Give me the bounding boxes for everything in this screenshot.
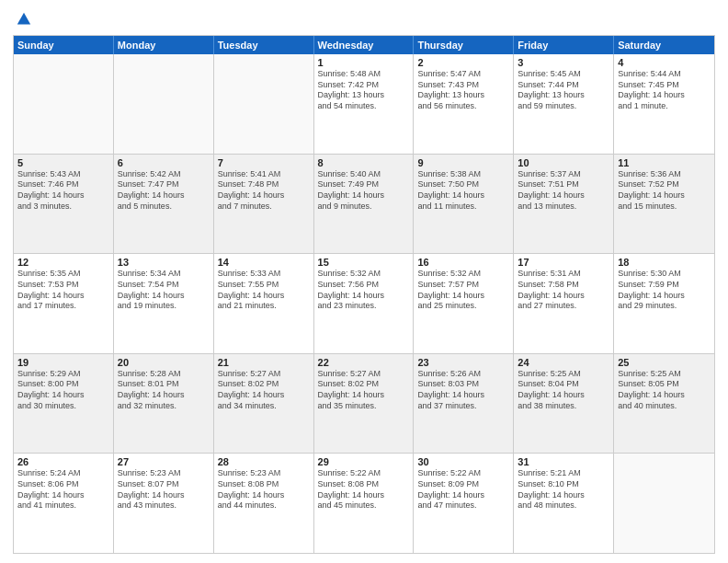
cell-info: Sunrise: 5:27 AM Sunset: 8:02 PM Dayligh… xyxy=(318,369,410,412)
cell-info: Sunrise: 5:28 AM Sunset: 8:01 PM Dayligh… xyxy=(118,369,210,412)
day-number: 26 xyxy=(17,456,109,467)
calendar-header: SundayMondayTuesdayWednesdayThursdayFrid… xyxy=(14,36,714,54)
day-number: 24 xyxy=(518,357,609,368)
calendar-cell: 3Sunrise: 5:45 AM Sunset: 7:44 PM Daylig… xyxy=(514,54,614,154)
cell-info: Sunrise: 5:25 AM Sunset: 8:05 PM Dayligh… xyxy=(618,369,711,412)
cell-info: Sunrise: 5:42 AM Sunset: 7:47 PM Dayligh… xyxy=(118,169,210,213)
cell-info: Sunrise: 5:23 AM Sunset: 8:07 PM Dayligh… xyxy=(118,468,210,511)
day-number: 28 xyxy=(218,456,310,467)
header xyxy=(13,9,715,28)
day-number: 4 xyxy=(618,57,711,68)
cell-info: Sunrise: 5:43 AM Sunset: 7:46 PM Dayligh… xyxy=(17,169,109,213)
day-number: 13 xyxy=(118,257,210,268)
cell-info: Sunrise: 5:25 AM Sunset: 8:04 PM Dayligh… xyxy=(518,369,609,412)
calendar-cell: 20Sunrise: 5:28 AM Sunset: 8:01 PM Dayli… xyxy=(114,354,214,454)
calendar-cell: 16Sunrise: 5:32 AM Sunset: 7:57 PM Dayli… xyxy=(414,254,514,353)
day-number: 23 xyxy=(417,357,509,368)
cell-info: Sunrise: 5:26 AM Sunset: 8:03 PM Dayligh… xyxy=(417,369,509,412)
calendar-row: 5Sunrise: 5:43 AM Sunset: 7:46 PM Daylig… xyxy=(14,154,714,254)
calendar-cell: 23Sunrise: 5:26 AM Sunset: 8:03 PM Dayli… xyxy=(414,354,514,454)
calendar-cell: 11Sunrise: 5:36 AM Sunset: 7:52 PM Dayli… xyxy=(614,155,714,254)
calendar-cell: 21Sunrise: 5:27 AM Sunset: 8:02 PM Dayli… xyxy=(214,354,314,454)
day-number: 14 xyxy=(218,257,310,268)
day-number: 5 xyxy=(17,157,109,168)
calendar-cell: 29Sunrise: 5:22 AM Sunset: 8:08 PM Dayli… xyxy=(314,454,415,553)
cell-info: Sunrise: 5:29 AM Sunset: 8:00 PM Dayligh… xyxy=(17,369,109,412)
calendar-body: 1Sunrise: 5:48 AM Sunset: 7:42 PM Daylig… xyxy=(14,54,714,553)
weekday-header: Tuesday xyxy=(214,36,314,54)
calendar-cell: 22Sunrise: 5:27 AM Sunset: 8:02 PM Dayli… xyxy=(314,354,415,454)
calendar-cell: 25Sunrise: 5:25 AM Sunset: 8:05 PM Dayli… xyxy=(614,354,714,454)
day-number: 7 xyxy=(218,157,310,168)
calendar-cell: 19Sunrise: 5:29 AM Sunset: 8:00 PM Dayli… xyxy=(14,354,114,454)
calendar-row: 19Sunrise: 5:29 AM Sunset: 8:00 PM Dayli… xyxy=(14,353,714,454)
logo-icon xyxy=(16,11,32,28)
cell-info: Sunrise: 5:30 AM Sunset: 7:59 PM Dayligh… xyxy=(618,269,711,312)
day-number: 11 xyxy=(618,157,711,168)
day-number: 31 xyxy=(518,456,609,467)
cell-info: Sunrise: 5:31 AM Sunset: 7:58 PM Dayligh… xyxy=(518,269,609,312)
calendar-cell xyxy=(14,54,114,154)
day-number: 1 xyxy=(318,57,410,68)
day-number: 18 xyxy=(618,257,711,268)
cell-info: Sunrise: 5:33 AM Sunset: 7:55 PM Dayligh… xyxy=(218,269,310,312)
calendar-cell: 4Sunrise: 5:44 AM Sunset: 7:45 PM Daylig… xyxy=(614,54,714,154)
cell-info: Sunrise: 5:40 AM Sunset: 7:49 PM Dayligh… xyxy=(318,169,410,213)
weekday-header: Friday xyxy=(514,36,614,54)
cell-info: Sunrise: 5:27 AM Sunset: 8:02 PM Dayligh… xyxy=(218,369,310,412)
cell-info: Sunrise: 5:23 AM Sunset: 8:08 PM Dayligh… xyxy=(218,468,310,511)
cell-info: Sunrise: 5:38 AM Sunset: 7:50 PM Dayligh… xyxy=(417,169,509,213)
calendar-cell: 26Sunrise: 5:24 AM Sunset: 8:06 PM Dayli… xyxy=(14,454,114,553)
cell-info: Sunrise: 5:41 AM Sunset: 7:48 PM Dayligh… xyxy=(218,169,310,213)
day-number: 6 xyxy=(118,157,210,168)
day-number: 2 xyxy=(417,57,509,68)
calendar-cell: 7Sunrise: 5:41 AM Sunset: 7:48 PM Daylig… xyxy=(214,155,314,254)
calendar-cell: 30Sunrise: 5:22 AM Sunset: 8:09 PM Dayli… xyxy=(414,454,514,553)
day-number: 12 xyxy=(17,257,109,268)
weekday-header: Saturday xyxy=(614,36,714,54)
logo xyxy=(13,13,32,28)
calendar-cell: 13Sunrise: 5:34 AM Sunset: 7:54 PM Dayli… xyxy=(114,254,214,353)
day-number: 27 xyxy=(118,456,210,467)
weekday-header: Monday xyxy=(114,36,214,54)
cell-info: Sunrise: 5:48 AM Sunset: 7:42 PM Dayligh… xyxy=(318,69,410,112)
cell-info: Sunrise: 5:34 AM Sunset: 7:54 PM Dayligh… xyxy=(118,269,210,312)
day-number: 20 xyxy=(118,357,210,368)
calendar-cell: 15Sunrise: 5:32 AM Sunset: 7:56 PM Dayli… xyxy=(314,254,415,353)
day-number: 17 xyxy=(518,257,609,268)
calendar-cell xyxy=(214,54,314,154)
cell-info: Sunrise: 5:22 AM Sunset: 8:09 PM Dayligh… xyxy=(417,468,509,511)
day-number: 21 xyxy=(218,357,310,368)
calendar-row: 12Sunrise: 5:35 AM Sunset: 7:53 PM Dayli… xyxy=(14,253,714,353)
cell-info: Sunrise: 5:35 AM Sunset: 7:53 PM Dayligh… xyxy=(17,269,109,312)
cell-info: Sunrise: 5:45 AM Sunset: 7:44 PM Dayligh… xyxy=(518,69,609,112)
page: SundayMondayTuesdayWednesdayThursdayFrid… xyxy=(0,0,728,563)
calendar-cell xyxy=(114,54,214,154)
calendar-cell: 1Sunrise: 5:48 AM Sunset: 7:42 PM Daylig… xyxy=(314,54,415,154)
cell-info: Sunrise: 5:22 AM Sunset: 8:08 PM Dayligh… xyxy=(318,468,410,511)
calendar-cell: 2Sunrise: 5:47 AM Sunset: 7:43 PM Daylig… xyxy=(414,54,514,154)
day-number: 10 xyxy=(518,157,609,168)
cell-info: Sunrise: 5:47 AM Sunset: 7:43 PM Dayligh… xyxy=(417,69,509,112)
calendar-row: 1Sunrise: 5:48 AM Sunset: 7:42 PM Daylig… xyxy=(14,54,714,154)
day-number: 9 xyxy=(417,157,509,168)
cell-info: Sunrise: 5:32 AM Sunset: 7:56 PM Dayligh… xyxy=(318,269,410,312)
calendar-cell: 31Sunrise: 5:21 AM Sunset: 8:10 PM Dayli… xyxy=(514,454,614,553)
weekday-header: Sunday xyxy=(14,36,114,54)
cell-info: Sunrise: 5:24 AM Sunset: 8:06 PM Dayligh… xyxy=(17,468,109,511)
calendar-cell: 14Sunrise: 5:33 AM Sunset: 7:55 PM Dayli… xyxy=(214,254,314,353)
cell-info: Sunrise: 5:44 AM Sunset: 7:45 PM Dayligh… xyxy=(618,69,711,112)
calendar-cell: 5Sunrise: 5:43 AM Sunset: 7:46 PM Daylig… xyxy=(14,155,114,254)
svg-marker-0 xyxy=(17,13,30,25)
weekday-header: Thursday xyxy=(414,36,514,54)
day-number: 3 xyxy=(518,57,609,68)
calendar: SundayMondayTuesdayWednesdayThursdayFrid… xyxy=(13,35,715,554)
calendar-cell: 9Sunrise: 5:38 AM Sunset: 7:50 PM Daylig… xyxy=(414,155,514,254)
weekday-header: Wednesday xyxy=(314,36,415,54)
cell-info: Sunrise: 5:21 AM Sunset: 8:10 PM Dayligh… xyxy=(518,468,609,511)
calendar-cell: 24Sunrise: 5:25 AM Sunset: 8:04 PM Dayli… xyxy=(514,354,614,454)
calendar-row: 26Sunrise: 5:24 AM Sunset: 8:06 PM Dayli… xyxy=(14,453,714,553)
calendar-cell: 28Sunrise: 5:23 AM Sunset: 8:08 PM Dayli… xyxy=(214,454,314,553)
day-number: 25 xyxy=(618,357,711,368)
calendar-cell: 12Sunrise: 5:35 AM Sunset: 7:53 PM Dayli… xyxy=(14,254,114,353)
